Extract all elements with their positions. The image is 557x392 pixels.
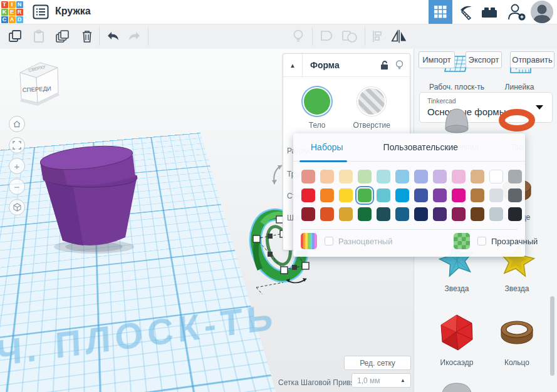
unlock-icon[interactable] (380, 60, 389, 70)
design-menu-button[interactable] (33, 4, 49, 19)
color-swatch[interactable] (301, 170, 315, 183)
color-swatch[interactable] (433, 170, 447, 183)
plus-icon: + (14, 161, 20, 172)
avatar[interactable] (531, 1, 553, 23)
color-swatch[interactable] (339, 170, 353, 183)
color-swatch[interactable] (489, 170, 503, 183)
torus-shape (498, 101, 536, 137)
color-swatch[interactable] (471, 188, 484, 202)
color-swatch[interactable] (339, 207, 353, 221)
undo-button[interactable] (104, 28, 122, 45)
color-swatch[interactable] (452, 207, 466, 221)
color-swatch[interactable] (377, 170, 390, 183)
home-view-button[interactable] (9, 116, 25, 132)
copy-button[interactable] (6, 28, 24, 45)
solid-option[interactable]: Тело (303, 87, 331, 130)
color-swatch[interactable] (508, 188, 522, 202)
transparent-swatch[interactable] (454, 233, 470, 249)
lightbulb-icon[interactable] (395, 60, 403, 71)
shape-label: Звезда (487, 284, 546, 293)
color-swatch[interactable] (414, 188, 428, 202)
paraboloid-shape (438, 101, 476, 137)
adjust-button[interactable] (289, 28, 307, 45)
align-button[interactable] (368, 28, 386, 45)
color-swatch[interactable] (433, 207, 447, 221)
ungroup-button[interactable] (341, 28, 358, 45)
menu-list-icon (33, 4, 49, 19)
rotate-arrow-icon[interactable] (286, 278, 306, 283)
color-swatch[interactable] (358, 207, 372, 221)
collapse-inspector-button[interactable]: ▲ (283, 54, 303, 76)
color-swatch[interactable] (358, 188, 372, 202)
color-swatch[interactable] (471, 207, 484, 221)
color-swatch[interactable] (395, 188, 409, 202)
color-swatch[interactable] (320, 207, 334, 221)
color-swatch[interactable] (452, 188, 466, 202)
color-swatch[interactable] (301, 188, 315, 202)
color-swatch[interactable] (339, 188, 353, 202)
color-swatch[interactable] (377, 188, 390, 202)
color-swatch[interactable] (489, 207, 503, 221)
delete-button[interactable] (78, 28, 96, 45)
snap-grid-dropdown[interactable]: 1,0 мм ▲ (351, 373, 411, 388)
minecraft-button[interactable] (454, 0, 477, 24)
mirror-icon (390, 29, 408, 44)
dashboard-grid-icon (434, 6, 447, 18)
multicolor-swatch[interactable] (301, 233, 317, 249)
paste-button[interactable] (30, 28, 48, 45)
solid-color-swatch[interactable] (303, 87, 331, 116)
color-swatch[interactable] (508, 170, 522, 183)
shape-tile-partial[interactable] (427, 379, 486, 392)
mug-body-shape[interactable] (34, 139, 146, 258)
color-swatch[interactable] (414, 207, 428, 221)
duplicate-button[interactable] (54, 28, 71, 45)
bricks-button[interactable] (477, 0, 501, 24)
group-button[interactable] (318, 28, 336, 45)
workplane-tool-label: Рабоч. плоск-ть (427, 83, 486, 91)
color-swatch[interactable] (395, 170, 409, 183)
hole-swatch[interactable] (357, 87, 386, 116)
import-button[interactable]: Импорт (419, 51, 455, 68)
view-cube[interactable]: СВЕРХУ СПЕРЕДИ (13, 56, 61, 108)
perspective-toggle-button[interactable] (9, 199, 25, 215)
tab-presets[interactable]: Наборы (311, 142, 343, 152)
color-swatch[interactable] (452, 170, 466, 183)
color-swatch[interactable] (414, 170, 428, 183)
fit-view-button[interactable] (9, 137, 25, 153)
color-swatch[interactable] (358, 170, 372, 183)
invite-button[interactable] (505, 0, 529, 24)
color-swatch[interactable] (301, 207, 315, 221)
logo-cell: D (16, 16, 23, 23)
shape-tile-icosahedron[interactable]: Икосаэдр (427, 313, 486, 367)
color-swatch[interactable] (377, 207, 390, 221)
export-button[interactable]: Экспорт (466, 51, 502, 68)
color-swatch[interactable] (489, 188, 503, 202)
multicolor-label: Разноцветный (338, 237, 392, 246)
hole-option[interactable]: Отверстие (353, 87, 390, 130)
send-button[interactable]: Отправить (510, 51, 554, 68)
tab-custom[interactable]: Пользовательские (383, 142, 459, 152)
color-swatch[interactable] (471, 170, 484, 183)
tinkercad-logo[interactable]: TINKERCAD (1, 1, 24, 24)
color-swatch[interactable] (508, 207, 522, 221)
zoom-out-button[interactable]: − (9, 178, 25, 195)
redo-button[interactable] (126, 28, 143, 45)
color-swatch[interactable] (320, 188, 334, 202)
zoom-in-button[interactable]: + (9, 158, 25, 174)
logo-cell: T (1, 1, 8, 8)
triangle-up-icon: ▲ (289, 62, 296, 69)
color-swatch[interactable] (433, 188, 447, 202)
trash-icon (81, 29, 93, 43)
panel-scrollbar[interactable] (550, 296, 554, 376)
main-toolbar: Импорт Экспорт Отправить (0, 24, 557, 49)
shape-tile-ring[interactable]: Кольцо (487, 313, 546, 367)
caret-up-icon: ▲ (400, 378, 405, 383)
dome-shape-partial (438, 379, 476, 392)
edit-grid-button[interactable]: Ред. сетку (344, 356, 411, 370)
multicolor-checkbox[interactable] (325, 237, 333, 245)
dashboard-button[interactable] (429, 0, 452, 24)
color-swatch[interactable] (395, 207, 409, 221)
mirror-button[interactable] (390, 28, 408, 45)
transparent-checkbox[interactable] (477, 237, 486, 245)
color-swatch[interactable] (320, 170, 334, 183)
